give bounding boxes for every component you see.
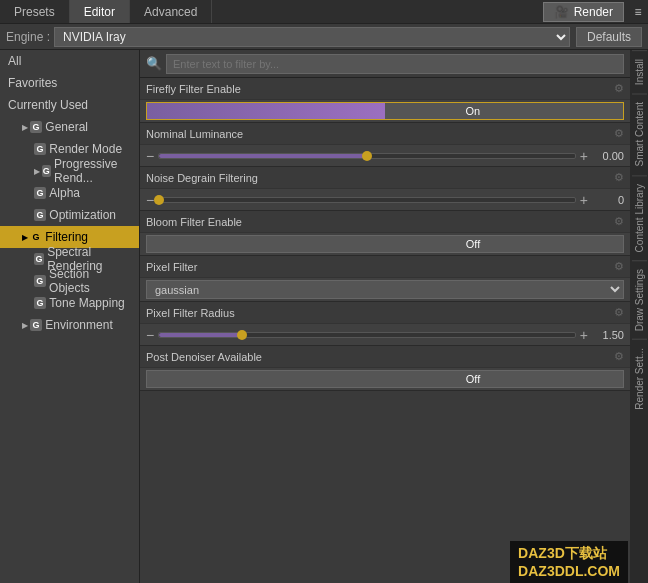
sidebar-item-label: All bbox=[8, 54, 21, 68]
tab-advanced[interactable]: Advanced bbox=[130, 0, 212, 23]
slider-plus-icon[interactable]: + bbox=[580, 192, 588, 208]
slider-minus-icon[interactable]: − bbox=[146, 327, 154, 343]
chevron-right-icon: ▶ bbox=[22, 123, 28, 132]
slider-plus-icon[interactable]: + bbox=[580, 148, 588, 164]
sidebar-item-general[interactable]: ▶ G General bbox=[0, 116, 139, 138]
prop-firefly-toggle-row: On bbox=[140, 100, 630, 123]
gear-icon[interactable]: ⚙ bbox=[614, 260, 624, 273]
search-icon: 🔍 bbox=[146, 56, 162, 71]
gear-icon[interactable]: ⚙ bbox=[614, 171, 624, 184]
g-icon: G bbox=[34, 187, 46, 199]
side-tab-draw-settings[interactable]: Draw Settings bbox=[632, 260, 647, 339]
engine-bar: Engine : NVIDIA Iray Defaults bbox=[0, 24, 648, 50]
slider-minus-icon[interactable]: − bbox=[146, 148, 154, 164]
slider-thumb[interactable] bbox=[154, 195, 164, 205]
right-panel: 🔍 Firefly Filter Enable ⚙ On Nominal Lu bbox=[140, 50, 648, 583]
slider-plus-icon[interactable]: + bbox=[580, 327, 588, 343]
prop-label: Pixel Filter Radius bbox=[146, 307, 610, 319]
sidebar-item-label: Environment bbox=[45, 318, 112, 332]
nominal-luminance-slider[interactable] bbox=[158, 153, 576, 159]
prop-bloom-filter: Bloom Filter Enable ⚙ bbox=[140, 211, 630, 233]
nominal-luminance-slider-row: − + 0.00 bbox=[140, 145, 630, 167]
sidebar-item-label: General bbox=[45, 120, 88, 134]
bloom-toggle[interactable]: Off bbox=[146, 235, 624, 253]
sidebar-item-section-objects[interactable]: G Section Objects bbox=[0, 270, 139, 292]
sidebar-item-label: Render Mode bbox=[49, 142, 122, 156]
tab-presets[interactable]: Presets bbox=[0, 0, 70, 23]
sidebar-item-label: Section Objects bbox=[49, 267, 131, 295]
sidebar-item-all[interactable]: All bbox=[0, 50, 139, 72]
engine-select[interactable]: NVIDIA Iray bbox=[54, 27, 570, 47]
render-button[interactable]: 🎥 Render bbox=[543, 2, 624, 22]
gear-icon[interactable]: ⚙ bbox=[614, 82, 624, 95]
gear-icon[interactable]: ⚙ bbox=[614, 215, 624, 228]
side-tab-render-settings[interactable]: Render Sett... bbox=[632, 339, 647, 418]
g-icon: G bbox=[34, 209, 46, 221]
slider-value: 0.00 bbox=[594, 150, 624, 162]
defaults-button[interactable]: Defaults bbox=[576, 27, 642, 47]
side-tab-smart-content[interactable]: Smart Content bbox=[632, 93, 647, 174]
post-denoiser-toggle-row: Off bbox=[140, 368, 630, 391]
gear-icon[interactable]: ⚙ bbox=[614, 306, 624, 319]
g-icon: G bbox=[30, 231, 42, 243]
slider-thumb[interactable] bbox=[362, 151, 372, 161]
menu-icon[interactable]: ≡ bbox=[628, 0, 648, 24]
slider-fill bbox=[159, 333, 242, 337]
prop-pixel-filter: Pixel Filter ⚙ bbox=[140, 256, 630, 278]
prop-noise-degrain: Noise Degrain Filtering ⚙ bbox=[140, 167, 630, 189]
pixel-filter-radius-slider-row: − + 1.50 bbox=[140, 324, 630, 346]
prop-label: Pixel Filter bbox=[146, 261, 610, 273]
pixel-filter-select-row: gaussian bbox=[140, 278, 630, 302]
prop-post-denoiser: Post Denoiser Available ⚙ bbox=[140, 346, 630, 368]
main-layout: All Favorites Currently Used ▶ G General… bbox=[0, 50, 648, 583]
sidebar-item-tone-mapping[interactable]: G Tone Mapping bbox=[0, 292, 139, 314]
sidebar-item-environment[interactable]: ▶ G Environment bbox=[0, 314, 139, 336]
side-tab-install[interactable]: Install bbox=[632, 50, 647, 93]
sidebar-item-label: Alpha bbox=[49, 186, 80, 200]
slider-value: 1.50 bbox=[594, 329, 624, 341]
prop-label: Noise Degrain Filtering bbox=[146, 172, 610, 184]
chevron-right-icon: ▶ bbox=[34, 167, 40, 176]
g-icon: G bbox=[34, 275, 46, 287]
gear-icon[interactable]: ⚙ bbox=[614, 350, 624, 363]
sidebar-item-label: Favorites bbox=[8, 76, 57, 90]
sidebar-item-favorites[interactable]: Favorites bbox=[0, 72, 139, 94]
firefly-toggle[interactable]: On bbox=[146, 102, 624, 120]
tab-editor[interactable]: Editor bbox=[70, 0, 130, 23]
prop-label: Post Denoiser Available bbox=[146, 351, 610, 363]
prop-label: Firefly Filter Enable bbox=[146, 83, 610, 95]
chevron-right-icon: ▶ bbox=[22, 233, 28, 242]
sidebar: All Favorites Currently Used ▶ G General… bbox=[0, 50, 140, 583]
camera-icon: 🎥 bbox=[554, 5, 569, 19]
pixel-filter-radius-slider[interactable] bbox=[158, 332, 576, 338]
noise-degrain-slider-row: − + 0 bbox=[140, 189, 630, 211]
g-icon: G bbox=[42, 165, 51, 177]
slider-thumb[interactable] bbox=[237, 330, 247, 340]
g-icon: G bbox=[34, 253, 44, 265]
side-tabs: Install Smart Content Content Library Dr… bbox=[630, 50, 648, 583]
chevron-right-icon: ▶ bbox=[22, 321, 28, 330]
sidebar-item-label: Progressive Rend... bbox=[54, 157, 131, 185]
sidebar-item-label: Tone Mapping bbox=[49, 296, 124, 310]
sidebar-item-currently-used[interactable]: Currently Used bbox=[0, 94, 139, 116]
g-icon: G bbox=[34, 297, 46, 309]
post-denoiser-toggle[interactable]: Off bbox=[146, 370, 624, 388]
sidebar-item-label: Filtering bbox=[45, 230, 88, 244]
prop-label: Bloom Filter Enable bbox=[146, 216, 610, 228]
side-tab-content-library[interactable]: Content Library bbox=[632, 175, 647, 260]
pixel-filter-select[interactable]: gaussian bbox=[146, 280, 624, 299]
sidebar-item-progressive-rend[interactable]: ▶ G Progressive Rend... bbox=[0, 160, 139, 182]
toggle-value: Off bbox=[466, 373, 480, 385]
toggle-value: Off bbox=[466, 238, 480, 250]
sidebar-item-alpha[interactable]: G Alpha bbox=[0, 182, 139, 204]
g-icon: G bbox=[30, 319, 42, 331]
content-area: 🔍 Firefly Filter Enable ⚙ On Nominal Lu bbox=[140, 50, 630, 583]
sidebar-item-optimization[interactable]: G Optimization bbox=[0, 204, 139, 226]
noise-degrain-slider[interactable] bbox=[158, 197, 576, 203]
slider-minus-icon[interactable]: − bbox=[146, 192, 154, 208]
sidebar-item-label: Optimization bbox=[49, 208, 116, 222]
gear-icon[interactable]: ⚙ bbox=[614, 127, 624, 140]
watermark: DAZ3D下载站DAZ3DDL.COM bbox=[510, 541, 628, 583]
engine-label: Engine : bbox=[6, 30, 50, 44]
filter-input[interactable] bbox=[166, 54, 624, 74]
